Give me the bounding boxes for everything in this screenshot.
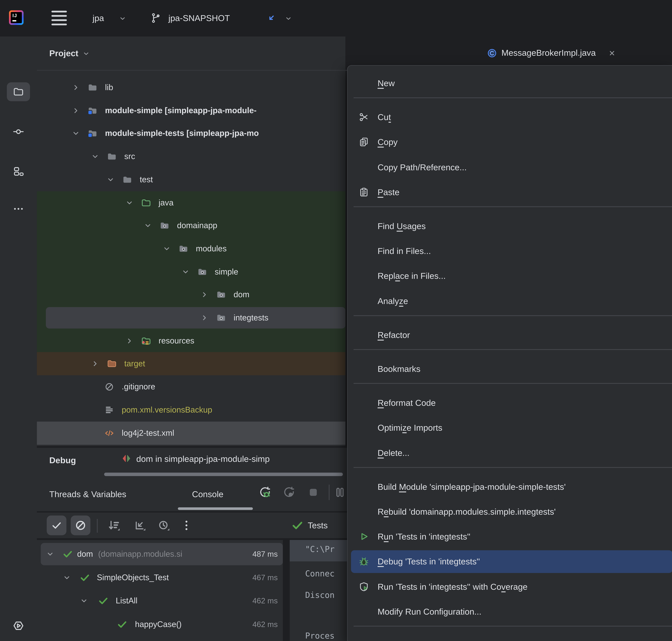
sidebar-item-project[interactable] xyxy=(7,82,30,101)
tree-row-test[interactable]: test xyxy=(37,168,345,191)
menu-separator xyxy=(354,626,672,627)
module-icon xyxy=(87,128,98,139)
tree-row-target[interactable]: target xyxy=(37,352,345,376)
chevron-down-icon[interactable] xyxy=(125,198,134,207)
tree-row-label: test xyxy=(140,168,153,191)
tree-row-domainapp[interactable]: domainapp xyxy=(37,214,345,237)
menu-separator xyxy=(354,467,672,468)
menu-item-optimize-imports[interactable]: Optimize Imports xyxy=(348,418,672,437)
tab-threads-variables[interactable]: Threads & Variables xyxy=(49,483,126,505)
chevron-down-icon[interactable] xyxy=(62,573,71,582)
branch-name[interactable]: jpa-SNAPSHOT xyxy=(168,0,230,36)
rerun-debug-icon[interactable] xyxy=(258,486,271,499)
chevron-down-icon[interactable] xyxy=(71,129,81,138)
chevron-down-icon[interactable] xyxy=(90,152,100,161)
menu-item-delete[interactable]: Delete... xyxy=(348,443,672,462)
test-name: dom xyxy=(77,549,93,558)
tree-row-pom-xml-versionsbackup[interactable]: pom.xml.versionsBackup xyxy=(37,398,345,421)
intellij-logo-icon[interactable]: IJ xyxy=(9,10,24,25)
menu-item-cut[interactable]: Cut xyxy=(348,108,672,127)
chevron-down-icon[interactable] xyxy=(79,596,89,605)
show-passed-button[interactable] xyxy=(47,516,66,535)
sidebar-item-structure[interactable] xyxy=(13,166,24,177)
sidebar-item-commit[interactable] xyxy=(13,126,24,137)
incoming-commits-arrow-icon xyxy=(266,13,277,23)
tree-row-integtests[interactable]: integtests xyxy=(37,306,345,329)
sidebar-item-services[interactable] xyxy=(12,620,24,632)
stop-icon[interactable] xyxy=(307,486,320,499)
menu-item-copy-path-reference[interactable]: Copy Path/Reference... xyxy=(348,158,672,177)
console-line: Connec xyxy=(305,569,335,578)
menu-item-label: Refactor xyxy=(378,326,410,344)
tab-console[interactable]: Console xyxy=(192,483,223,505)
menu-item-label: Modify Run Configuration... xyxy=(378,602,481,621)
menu-item-debug-tests-in-integtests[interactable]: Debug 'Tests in 'integtests'' xyxy=(348,552,672,571)
tree-row-log4j2-test-xml[interactable]: log4j2-test.xml xyxy=(37,421,345,445)
menu-separator xyxy=(354,97,672,98)
sort-icon[interactable] xyxy=(108,519,121,532)
menu-item-refactor[interactable]: Refactor xyxy=(348,326,672,344)
console-output[interactable]: "C:\PrConnecDisconProces xyxy=(290,540,347,641)
chevron-down-icon[interactable] xyxy=(106,175,115,184)
menu-item-find-usages[interactable]: Find Usages xyxy=(348,217,672,235)
show-ignored-button[interactable] xyxy=(71,516,90,535)
test-row-listall[interactable]: ListAll462 ms xyxy=(37,590,283,612)
debug-session-tab[interactable]: dom in simpleapp-jpa-module-simp xyxy=(136,448,345,470)
menu-item-rebuild-domainapp-modules-simple-integte[interactable]: Rebuild 'domainapp.modules.simple.integt… xyxy=(348,502,672,521)
panel-divider[interactable] xyxy=(37,446,347,448)
tree-row-dom[interactable]: dom xyxy=(37,283,345,306)
chevron-right-icon[interactable] xyxy=(71,83,81,92)
menu-separator xyxy=(354,383,672,384)
menu-item-build-module-simpleapp-jpa-module-simple[interactable]: Build Module 'simpleapp-jpa-module-simpl… xyxy=(348,477,672,496)
tree-row--gitignore[interactable]: .gitignore xyxy=(37,375,345,398)
tree-row-simple[interactable]: simple xyxy=(37,260,345,283)
menu-item-label: Rebuild 'domainapp.modules.simple.integt… xyxy=(378,502,556,521)
chevron-right-icon[interactable] xyxy=(200,290,209,299)
tree-row-resources[interactable]: resources xyxy=(37,329,345,352)
editor-tab-active[interactable]: MessageBrokerImpl.java xyxy=(487,36,616,69)
chevron-right-icon[interactable] xyxy=(125,336,134,345)
panel-divider[interactable] xyxy=(283,540,290,641)
menu-item-open-in[interactable]: Open In xyxy=(348,636,672,641)
menu-item-run-tests-in-integtests-with-coverage[interactable]: Run 'Tests in 'integtests'' with Coverag… xyxy=(348,577,672,596)
menu-item-replace-in-files[interactable]: Replace in Files... xyxy=(348,267,672,285)
menu-item-label: Find Usages xyxy=(378,217,426,235)
chevron-right-icon[interactable] xyxy=(71,106,81,115)
kebab-icon[interactable] xyxy=(180,519,193,532)
close-icon[interactable] xyxy=(608,49,616,57)
resume-icon[interactable] xyxy=(282,486,295,499)
menu-item-paste[interactable]: Paste xyxy=(348,182,672,202)
tree-row-java[interactable]: java xyxy=(37,191,345,214)
chevron-down-icon[interactable] xyxy=(45,549,55,559)
chevron-right-icon[interactable] xyxy=(200,313,209,323)
pause-icon[interactable] xyxy=(333,486,346,499)
tree-row-modules[interactable]: modules xyxy=(37,237,345,260)
test-row-dom[interactable]: dom(domainapp.modules.si487 ms xyxy=(37,543,283,565)
menu-item-modify-run-configuration[interactable]: Modify Run Configuration... xyxy=(348,602,672,621)
sidebar-item-more[interactable] xyxy=(13,203,24,215)
menu-item-run-tests-in-integtests[interactable]: Run 'Tests in 'integtests'' xyxy=(348,527,672,546)
test-row-simpleobjects-test[interactable]: SimpleObjects_Test467 ms xyxy=(37,567,283,589)
scroll-end-icon[interactable] xyxy=(133,519,146,532)
main-menu-icon[interactable] xyxy=(52,11,67,26)
menu-item-new[interactable]: New xyxy=(348,74,672,93)
chevron-down-icon[interactable] xyxy=(181,267,190,276)
project-selector[interactable]: jpa xyxy=(93,0,104,36)
tree-row-lib[interactable]: lib xyxy=(37,76,345,99)
chevron-right-icon[interactable] xyxy=(90,359,100,368)
menu-item-reformat-code[interactable]: Reformat Code xyxy=(348,393,672,412)
menu-item-bookmarks[interactable]: Bookmarks xyxy=(348,359,672,378)
tree-row-src[interactable]: src xyxy=(37,145,345,168)
chevron-down-icon[interactable] xyxy=(162,244,171,253)
test-row-happycase-[interactable]: happyCase()462 ms xyxy=(37,613,283,636)
menu-item-find-in-files[interactable]: Find in Files... xyxy=(348,242,672,260)
test-name: happyCase() xyxy=(135,620,182,629)
tree-row-module-simple-tests-simpleapp-jpa-mo[interactable]: module-simple-tests [simpleapp-jpa-mo xyxy=(37,122,345,145)
menu-item-label: New xyxy=(378,74,395,93)
history-icon[interactable] xyxy=(157,519,170,532)
menu-item-copy[interactable]: Copy xyxy=(348,133,672,151)
editor-tab-title: MessageBrokerImpl.java xyxy=(501,48,596,58)
tree-row-module-simple-simpleapp-jpa-module-[interactable]: module-simple [simpleapp-jpa-module- xyxy=(37,99,345,122)
chevron-down-icon[interactable] xyxy=(143,221,153,230)
menu-item-analyze[interactable]: Analyze xyxy=(348,291,672,310)
